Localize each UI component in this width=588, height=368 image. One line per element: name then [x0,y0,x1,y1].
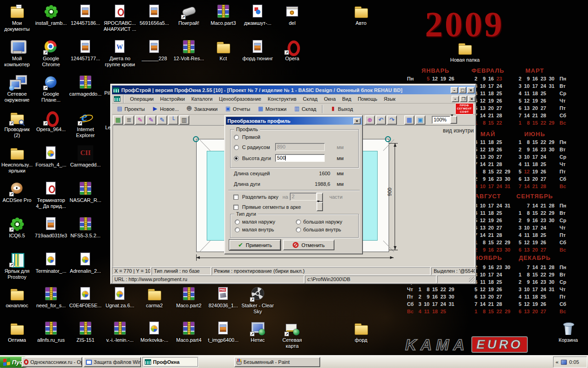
desktop-icon--228[interactable]: ______228 [137,39,171,73]
dialog-close-button[interactable]: × [353,118,361,124]
drawing-tool-icon-4[interactable]: ✎ [157,115,167,125]
split-arch-checkbox[interactable] [233,195,238,200]
radio-small-in-label[interactable]: малая внутрь [242,227,274,232]
drawing-tool-right-icon-3[interactable]: ▦ [404,115,414,125]
desktop-icon-корзина[interactable]: Корзина [551,321,585,355]
desktop-icon-google-плане-[interactable]: ↗Google Плане... [34,75,68,109]
desktop-icon-internet-explorer[interactable]: ↗Internet Explorer [68,110,102,144]
desktop-icon-nascar-r-[interactable]: NASCAR_R... [68,181,102,215]
toolbar-button-заказчики[interactable]: ☻Заказчики [183,104,220,114]
desktop-icon-диета-по-группе-крови[interactable]: Диета по группе крови [103,39,137,73]
radio-small-in[interactable] [235,227,240,232]
desktop-icon-icq6-5[interactable]: ↗ICQ6.5 [0,216,34,250]
desktop-icon-авто[interactable]: Авто [344,4,378,38]
apply-button[interactable]: ✔Применить [229,240,281,250]
desktop-icon-acdsee-pro[interactable]: ↗ACDSee Pro [0,181,34,215]
desktop-icon-форд-тюнинг[interactable]: форд-тюнинг [241,39,275,73]
drawing-tool-icon-0[interactable]: ▦ [113,115,123,125]
drawing-tool-icon-3[interactable]: ✎ [146,115,156,125]
close-button[interactable]: × [467,87,475,93]
desktop-icon-124457177-[interactable]: 124457177... [68,39,102,73]
selection-handle[interactable] [193,136,199,142]
network-tray-icon[interactable] [561,360,567,365]
radius-input[interactable]: 890 [275,143,325,151]
toolbar-button-выход[interactable]: ▮Выход [328,104,356,114]
drawing-tool-icon-5[interactable]: └ [168,115,178,125]
desktop-icon-carmagedd-[interactable]: Carmagedd... [68,145,102,179]
menu-item-9[interactable]: Язык [384,96,396,102]
desktop-icon-ярославс-анархист-[interactable]: ЯРОСЛАВС... АНАРХИСТ ... [103,4,137,38]
desktop-icon-719aad031fe3[interactable]: 719aad031fe3 [34,216,68,250]
desktop-icon-ugnat-za-6-[interactable]: Ugnat.za.6... [103,286,137,320]
cancel-button[interactable]: Отменить [283,240,334,250]
desktop-icon-google-chrome[interactable]: ↗Google Chrome [34,39,68,73]
mdi-close-button[interactable]: × [468,96,475,102]
desktop-icon-неиспользу-ярлыки[interactable]: Неиспользу... ярлыки [0,145,34,179]
taskbar-task-защита-файлов-windows[interactable]: Защита файлов Windows [84,357,141,367]
resize-grip[interactable] [469,277,475,283]
toolbar-button-отчеты[interactable]: ▣Отчеты [222,104,253,114]
desktop-icon-need-for-s-[interactable]: need_for_s... [34,286,68,320]
desktop-icon-terminator-[interactable]: Terminator_... [34,252,68,286]
desktop-icon-carma2[interactable]: carma2 [137,286,171,320]
menu-item-7[interactable]: Вид [342,96,351,102]
radio-radius[interactable] [234,145,239,150]
desktop-icon-поиграй-[interactable]: ↗Поиграй! [172,4,206,38]
desktop-icon-adrenalin-2-[interactable]: Adrenalin_2... [68,252,102,286]
radio-big-out-label[interactable]: большая наружу [303,219,342,224]
radio-small-out-label[interactable]: малая наружу [242,219,275,224]
taskbar-task-профокна[interactable]: ПрофОкна [142,357,198,367]
mdi-minimize-button[interactable]: – [452,96,459,102]
spinner-down[interactable] [317,202,323,211]
desktop-icon-install-ramb-[interactable]: install_ramb... [34,4,68,38]
radio-big-out[interactable] [296,219,301,224]
desktop-icon-morkovka-[interactable]: Morkovka-... [137,321,171,355]
menu-item-5[interactable]: Склад [303,96,317,102]
desktop-icon-nfs5-3-5-2-[interactable]: NFS5-3.5.2... [68,216,102,250]
drawing-tool-icon-6[interactable]: ▥ [179,115,189,125]
toolbar-button-проекты[interactable]: ▤Проекты [114,104,147,114]
desktop-icon-новая-папка[interactable]: Новая папка [448,40,482,75]
radio-big-in[interactable] [296,227,301,232]
arc-height-input[interactable]: 500 [275,154,325,162]
desktop-icon-maco-part2[interactable]: Maco.part2 [172,286,206,320]
desktop-icon-сетевая-карта[interactable]: ↗Сетевая карта [275,321,309,355]
menu-item-2[interactable]: Каталоги [191,96,212,102]
desktop-icon-opera[interactable]: ↗Opera [275,39,309,73]
desktop-icon-allnfs-ru-rus[interactable]: allnfs.ru_rus [34,321,68,355]
split-parts-input[interactable]: 2 [290,193,317,201]
desktop-icon-нетис[interactable]: ↗Нетис [241,321,275,355]
radio-straight-label[interactable]: Прямой [242,134,260,140]
menu-item-4[interactable]: Конструктив [268,96,297,102]
desktop-icon-opera-964-[interactable]: ↗Opera_964... [34,110,68,144]
tray-chevron-icon[interactable]: « [555,359,559,365]
drawing-tool-right-icon-1[interactable]: ↶ [376,115,386,125]
desktop-icon-maco-part4[interactable]: Maco.part4 [172,321,206,355]
desktop-icon-t-imgp6400-[interactable]: t_imgp6400... [206,321,240,355]
desktop-icon-124457186-[interactable]: 124457186... [68,4,102,38]
desktop-icon-проводник-2-[interactable]: ↗Проводник (2) [0,110,34,144]
mdi-restore-button[interactable]: ❒ [460,96,467,102]
menu-item-6[interactable]: Окна [324,96,336,102]
desktop-icon-kct[interactable]: Kct [206,39,240,73]
desktop-icon-del[interactable]: del [275,4,309,38]
drawing-tool-icon-2[interactable]: ✎ [135,115,145,125]
drawing-tool-right-icon-2[interactable]: ↷ [387,115,397,125]
drawing-tool-right-icon-0[interactable]: ⊕ [365,115,375,125]
desktop-icon-forsazh-4-[interactable]: Forsazh_4_... [34,145,68,179]
zoom-dropdown-button[interactable] [450,116,457,124]
split-arch-label[interactable]: Разделить арку [242,194,278,200]
taskbar-task-безымянный-paint[interactable]: Безымянный - Paint [234,357,320,367]
menu-item-8[interactable]: Помощь [358,96,378,102]
desktop-icon-12-volt-res-[interactable]: 12-Volt-Res... [172,39,206,73]
desktop-icon-джамшут-[interactable]: джамшут-... [241,4,275,38]
menu-item-1[interactable]: Настройки [160,96,185,102]
drawing-tool-right-icon-4[interactable]: ▣ [415,115,425,125]
desktop-icon-мои-документы[interactable]: Мои документы [0,4,34,38]
toolbar-button-монтажи[interactable]: ▦Монтажи [255,104,289,114]
desktop-icon-форд[interactable]: форд [344,321,378,355]
desktop-icon-сетевое-окружение[interactable]: Сетевое окружение [0,75,34,109]
desktop-icon-zis-151[interactable]: ZIS-151 [68,321,102,355]
taskbar-task-одноклассники-ru-op-[interactable]: Одноклассники.ru - Op... [22,357,82,367]
desktop-icon-5691656a5-[interactable]: 5691656a5... [137,4,171,38]
